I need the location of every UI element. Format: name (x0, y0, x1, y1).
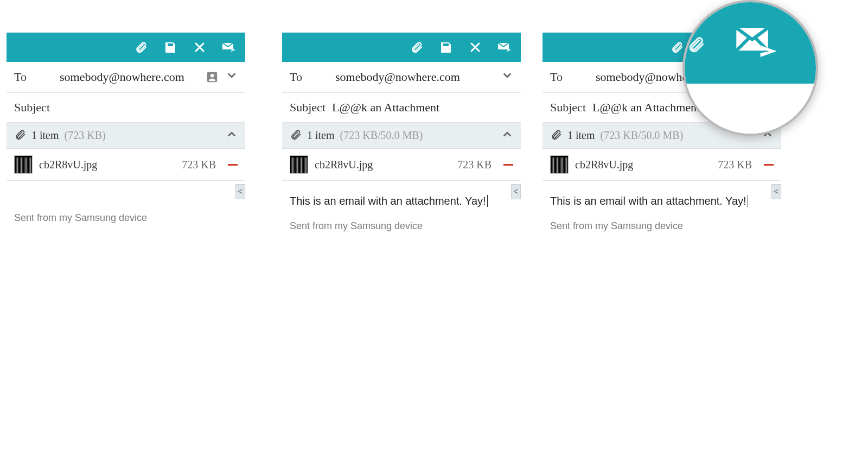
formatting-drawer-handle[interactable]: < (511, 184, 521, 199)
canvas: To somebody@nowhere.com Subject 1 item (… (0, 0, 868, 467)
formatting-drawer-handle[interactable]: < (771, 184, 781, 199)
to-row: To somebody@nowhere.com (7, 62, 245, 93)
send-icon[interactable] (221, 40, 237, 55)
svg-point-1 (210, 74, 214, 77)
to-label: To (290, 70, 328, 84)
to-label: To (14, 70, 52, 84)
collapse-attachments-icon[interactable] (501, 128, 513, 143)
attachment-row: cb2R8vU.jpg 723 KB (282, 149, 521, 181)
subject-value[interactable]: L@@k an Attachment (332, 100, 439, 115)
text-cursor (748, 195, 748, 207)
compose-pane-1: To somebody@nowhere.com Subject 1 item (… (7, 33, 245, 234)
zoom-lens (682, 0, 818, 136)
attachment-thumbnail[interactable] (550, 155, 569, 174)
formatting-drawer-handle[interactable]: < (235, 184, 245, 199)
attach-icon[interactable] (669, 40, 685, 55)
attachment-count: 1 item (307, 129, 335, 142)
close-icon[interactable] (192, 40, 207, 55)
attachment-filesize: 723 KB (182, 159, 216, 171)
zoom-lens-content (685, 2, 816, 134)
to-label: To (550, 70, 588, 84)
remove-attachment-button[interactable] (764, 164, 774, 166)
attach-icon[interactable] (133, 40, 149, 55)
close-icon[interactable] (468, 40, 483, 55)
attachment-count: 1 item (31, 129, 59, 142)
to-value[interactable]: somebody@nowhere.com (335, 70, 494, 84)
attachment-count: 1 item (567, 129, 595, 142)
attachment-filename[interactable]: cb2R8vU.jpg (575, 159, 711, 171)
signature-text: Sent from my Samsung device (7, 203, 245, 234)
body-area: < Sent from my Samsung device (7, 181, 245, 234)
body-text[interactable] (7, 181, 245, 203)
attachment-size: (723 KB/50.0 MB) (601, 129, 684, 142)
attachment-thumbnail[interactable] (290, 155, 308, 174)
send-icon[interactable] (732, 23, 779, 61)
attachment-filename[interactable]: cb2R8vU.jpg (315, 159, 451, 171)
subject-row: Subject (7, 93, 245, 123)
body-text[interactable]: This is an email with an attachment. Yay… (282, 181, 521, 211)
remove-attachment-button[interactable] (503, 164, 513, 166)
attachment-row: cb2R8vU.jpg 723 KB (7, 149, 245, 181)
expand-recipients-icon[interactable] (226, 70, 238, 85)
body-area: < This is an email with an attachment. Y… (542, 181, 781, 242)
toolbar (7, 33, 245, 62)
subject-label: Subject (290, 100, 326, 115)
to-value[interactable]: somebody@nowhere.com (60, 70, 199, 84)
attachment-size: (723 KB) (65, 129, 106, 142)
body-area: < This is an email with an attachment. Y… (282, 181, 521, 242)
save-icon[interactable] (438, 40, 454, 55)
attachment-filesize: 723 KB (457, 159, 492, 171)
paperclip-icon (550, 129, 562, 143)
text-cursor (487, 195, 488, 207)
compose-pane-2: To somebody@nowhere.com Subject L@@k an … (282, 33, 521, 242)
attachment-thumbnail[interactable] (14, 155, 33, 174)
attachments-bar[interactable]: 1 item (723 KB/50.0 MB) (282, 123, 521, 149)
attach-icon[interactable] (409, 40, 424, 55)
attachments-bar[interactable]: 1 item (723 KB) (7, 123, 245, 149)
attachment-row: cb2R8vU.jpg 723 KB (542, 149, 781, 181)
attachment-size: (723 KB/50.0 MB) (340, 129, 423, 142)
attachment-filesize: 723 KB (718, 159, 752, 171)
signature-text: Sent from my Samsung device (282, 211, 521, 242)
attach-icon (687, 35, 705, 56)
subject-label: Subject (14, 100, 50, 115)
send-icon[interactable] (497, 40, 512, 55)
contact-icon[interactable] (206, 71, 218, 83)
body-text[interactable]: This is an email with an attachment. Yay… (542, 181, 781, 211)
attachment-filename[interactable]: cb2R8vU.jpg (39, 159, 175, 171)
subject-label: Subject (550, 100, 586, 115)
save-icon[interactable] (163, 40, 178, 55)
paperclip-icon (14, 129, 26, 143)
to-row: To somebody@nowhere.com (282, 62, 521, 93)
signature-text: Sent from my Samsung device (542, 211, 781, 242)
paperclip-icon (290, 129, 302, 143)
subject-value[interactable]: L@@k an Attachment (592, 100, 700, 115)
toolbar (282, 33, 521, 62)
expand-recipients-icon[interactable] (501, 70, 513, 85)
subject-row: Subject L@@k an Attachment (282, 93, 521, 123)
collapse-attachments-icon[interactable] (226, 128, 238, 143)
remove-attachment-button[interactable] (228, 164, 238, 166)
